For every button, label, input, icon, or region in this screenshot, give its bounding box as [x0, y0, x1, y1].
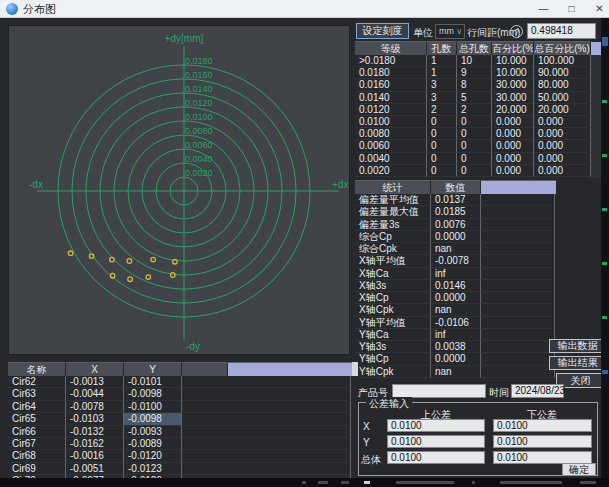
table-row[interactable]: Cir62-0.0013-0.0101 — [8, 376, 351, 388]
table-cell[interactable]: 0.0076 — [431, 219, 481, 231]
table-row[interactable]: Cir69-0.0051-0.0123 — [8, 463, 351, 475]
table-cell[interactable]: -0.0123 — [124, 463, 182, 475]
table-cell[interactable]: 0.0060 — [355, 140, 427, 152]
table-cell[interactable]: Cir66 — [8, 426, 66, 438]
help-icon[interactable]: ? — [510, 25, 523, 38]
table-cell[interactable]: 0.0137 — [431, 194, 481, 206]
table-cell[interactable]: 80.000 — [534, 79, 591, 91]
table-cell[interactable]: 30.000 — [492, 92, 534, 104]
table-cell[interactable]: 0.0100 — [355, 116, 427, 128]
table-cell[interactable]: Cir62 — [8, 376, 66, 388]
scrollbar-thumb[interactable] — [351, 362, 358, 376]
table-cell[interactable] — [182, 413, 351, 425]
table-cell[interactable]: -0.0106 — [431, 317, 481, 329]
table-row[interactable]: 综合Cp0.0000 — [355, 231, 555, 243]
tolerance-total-upper-input[interactable] — [387, 451, 485, 464]
table-row[interactable]: X轴Cpknan — [355, 304, 555, 316]
table-cell[interactable]: 综合Cpk — [355, 243, 431, 255]
table-row[interactable]: >0.018011010.000100.000 — [355, 55, 591, 67]
table-cell[interactable] — [182, 388, 351, 400]
table-cell[interactable]: 0.0038 — [431, 341, 481, 353]
close-icon[interactable]: ✕ — [587, 0, 609, 18]
table-cell[interactable]: 20.000 — [534, 104, 591, 116]
table-cell[interactable] — [481, 206, 555, 218]
table-cell[interactable]: 0.0020 — [355, 165, 427, 177]
table-cell[interactable]: 0.0120 — [355, 104, 427, 116]
table-cell[interactable] — [481, 280, 555, 292]
table-cell[interactable]: Y轴Ca — [355, 329, 431, 341]
confirm-button[interactable]: 确定 — [562, 463, 596, 476]
table-cell[interactable]: 偏差量平均值 — [355, 194, 431, 206]
table-cell[interactable]: -0.0098 — [124, 413, 182, 425]
table-cell[interactable]: 8 — [457, 79, 492, 91]
table-cell[interactable]: 0 — [457, 140, 492, 152]
time-value[interactable]: 2024/08/23 — [511, 384, 564, 398]
table-row[interactable]: 偏差量平均值0.0137 — [355, 194, 555, 206]
table-cell[interactable]: Cir63 — [8, 388, 66, 400]
table-cell[interactable]: Y轴Cp — [355, 353, 431, 365]
table-cell[interactable]: X轴3s — [355, 280, 431, 292]
unit-select[interactable]: mm ∨ — [435, 24, 465, 39]
table-row[interactable]: Cir64-0.0078-0.0100 — [8, 401, 351, 413]
row-spacing-value[interactable]: 0.498418 — [527, 23, 596, 39]
tolerance-y-lower-input[interactable] — [493, 435, 592, 448]
table-row[interactable]: 0.0100000.0000.000 — [355, 116, 591, 128]
table-cell[interactable]: 1 — [427, 55, 457, 67]
table-cell[interactable]: 10.000 — [492, 55, 534, 67]
table-cell[interactable] — [182, 426, 351, 438]
table-cell[interactable]: 0.0140 — [355, 92, 427, 104]
table-cell[interactable]: 0 — [427, 140, 457, 152]
table-cell[interactable]: -0.0103 — [66, 413, 124, 425]
table-row[interactable]: Cir68-0.0016-0.0120 — [8, 450, 351, 462]
table-cell[interactable]: Cir67 — [8, 438, 66, 450]
table-row[interactable]: Y轴Cpknan — [355, 366, 555, 378]
table-cell[interactable] — [481, 317, 555, 329]
table-cell[interactable] — [481, 329, 555, 341]
table-cell[interactable]: 综合Cp — [355, 231, 431, 243]
table-cell[interactable]: 9 — [457, 67, 492, 79]
table-cell[interactable]: Cir68 — [8, 450, 66, 462]
table-cell[interactable] — [182, 401, 351, 413]
table-row[interactable]: Cir67-0.0162-0.0089 — [8, 438, 351, 450]
table-cell[interactable]: -0.0100 — [124, 401, 182, 413]
table-cell[interactable]: 50.000 — [534, 92, 591, 104]
table-cell[interactable]: 0 — [457, 128, 492, 140]
table-row[interactable]: 0.0020000.0000.000 — [355, 165, 591, 177]
table-cell[interactable]: 10 — [457, 55, 492, 67]
table-cell[interactable] — [182, 376, 351, 388]
table-cell[interactable]: 0.000 — [534, 153, 591, 165]
table-row[interactable]: 0.01202220.00020.000 — [355, 104, 591, 116]
table-cell[interactable]: 0.0180 — [355, 67, 427, 79]
table-row[interactable]: 0.0040000.0000.000 — [355, 153, 591, 165]
table-cell[interactable]: 0.000 — [534, 165, 591, 177]
tolerance-x-upper-input[interactable] — [387, 419, 485, 432]
set-scale-button[interactable]: 设定刻度 — [356, 23, 409, 39]
column-header[interactable]: 百分比(%) — [492, 41, 534, 55]
table-row[interactable]: 0.01403530.00050.000 — [355, 92, 591, 104]
column-header[interactable]: 等级 — [355, 41, 427, 55]
table-cell[interactable]: -0.0044 — [66, 388, 124, 400]
table-cell[interactable]: 0.000 — [534, 116, 591, 128]
column-header[interactable]: X — [66, 362, 124, 376]
table-cell[interactable]: Cir64 — [8, 401, 66, 413]
table-cell[interactable]: inf — [431, 268, 481, 280]
table-cell[interactable]: -0.0132 — [66, 426, 124, 438]
table-cell[interactable]: 0.0000 — [431, 231, 481, 243]
minimize-button[interactable]: — — [531, 0, 556, 18]
table-cell[interactable]: Y轴3s — [355, 341, 431, 353]
scrollbar-thumb[interactable] — [591, 42, 601, 55]
table-cell[interactable]: 0.0146 — [431, 280, 481, 292]
table-cell[interactable] — [481, 194, 555, 206]
column-header[interactable]: 名称 — [8, 362, 66, 376]
table-cell[interactable]: -0.0098 — [124, 388, 182, 400]
table-cell[interactable]: 0.000 — [534, 128, 591, 140]
table-cell[interactable] — [481, 353, 555, 365]
table-cell[interactable]: -0.0051 — [66, 463, 124, 475]
table-row[interactable]: Y轴Cainf — [355, 329, 555, 341]
table-cell[interactable]: X轴Ca — [355, 268, 431, 280]
table-cell[interactable]: 0 — [427, 165, 457, 177]
table-cell[interactable]: 0.0040 — [355, 153, 427, 165]
table-cell[interactable]: 0.000 — [492, 116, 534, 128]
table-cell[interactable]: 30.000 — [492, 79, 534, 91]
table-row[interactable]: 0.01603830.00080.000 — [355, 79, 591, 91]
